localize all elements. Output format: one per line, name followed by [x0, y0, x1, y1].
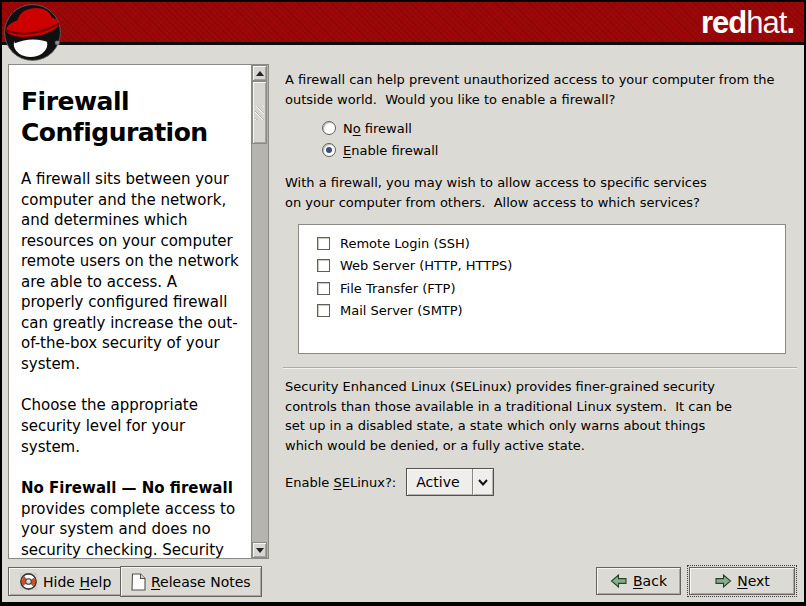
label-accel: o [353, 121, 361, 136]
checkbox-web-server[interactable] [317, 259, 330, 272]
document-icon [131, 573, 146, 591]
label-post: ext [748, 573, 770, 589]
checkbox-mail-server[interactable] [317, 304, 330, 317]
chevron-down-icon [473, 479, 493, 486]
selinux-dropdown[interactable]: Active [406, 468, 494, 496]
help-title: Firewall Configuration [21, 87, 243, 148]
next-button-focus-ring: Next [687, 565, 797, 597]
checkbox-row-remote-login[interactable]: Remote Login (SSH) [317, 232, 785, 255]
label-accel: R [151, 574, 160, 590]
life-preserver-icon [19, 572, 38, 591]
help-paragraph-3: No Firewall — No firewall provides compl… [21, 478, 243, 559]
triangle-down-icon [256, 548, 264, 553]
radio-button-enable-firewall[interactable] [322, 143, 336, 157]
scrollbar-grip [255, 106, 264, 120]
radio-label-enable-firewall: Enable firewall [343, 143, 439, 158]
label-post: nable firewall [351, 143, 438, 158]
back-label: Back [633, 573, 667, 589]
label-post: elp [90, 574, 111, 590]
help-paragraph-2: Choose the appropriate security level fo… [21, 395, 243, 457]
services-intro-text: With a firewall, you may wish to allow a… [285, 173, 797, 212]
next-label: Next [737, 573, 770, 589]
radio-row-no-firewall[interactable]: No firewall [322, 117, 797, 139]
checkbox-row-mail-server[interactable]: Mail Server (SMTP) [317, 300, 785, 323]
services-list: Remote Login (SSH) Web Server (HTTP, HTT… [298, 224, 786, 354]
hide-help-button[interactable]: Hide Help [8, 567, 122, 596]
firewall-intro-text: A firewall can help prevent unauthorized… [285, 70, 797, 109]
section-separator [283, 367, 797, 369]
label-accel: H [79, 574, 90, 590]
checkbox-file-transfer[interactable] [317, 282, 330, 295]
checkbox-remote-login[interactable] [317, 237, 330, 250]
installer-window: ® redhat. Firewall Configuration A firew… [0, 0, 806, 606]
scrollbar-thumb[interactable] [252, 81, 267, 144]
arrow-right-icon [714, 574, 732, 588]
brand-wordmark: redhat. [701, 6, 794, 40]
firewall-options: No firewall Enable firewall [322, 117, 797, 161]
label-post: ELinux?: [342, 475, 397, 490]
nav-buttons: Back Next [596, 565, 797, 597]
checkbox-label-web-server: Web Server (HTTP, HTTPS) [340, 258, 512, 273]
help-paragraph-3-body: provides complete access to your system … [21, 500, 235, 559]
header-banner [2, 2, 804, 45]
radio-button-no-firewall[interactable] [322, 121, 336, 135]
svg-text:®: ® [54, 40, 60, 46]
selinux-row: Enable SELinux?: Active [285, 468, 797, 496]
brand-red: red [701, 5, 746, 40]
selinux-label: Enable SELinux?: [285, 475, 396, 490]
label-post: firewall [361, 121, 412, 136]
brand-hat: hat [746, 5, 786, 40]
label-pre: Hide [43, 574, 79, 590]
selinux-dropdown-value: Active [407, 474, 472, 490]
radio-label-no-firewall: No firewall [343, 121, 412, 136]
triangle-up-icon [256, 71, 264, 76]
scroll-up-button[interactable] [252, 65, 267, 81]
help-paragraph-1: A firewall sits between your computer an… [21, 169, 243, 374]
label-pre: Enable [285, 475, 333, 490]
label-post: ack [643, 573, 667, 589]
checkbox-label-mail-server: Mail Server (SMTP) [340, 303, 463, 318]
radio-row-enable-firewall[interactable]: Enable firewall [322, 139, 797, 161]
checkbox-row-web-server[interactable]: Web Server (HTTP, HTTPS) [317, 255, 785, 278]
selinux-description: Security Enhanced Linux (SELinux) provid… [285, 377, 797, 455]
release-notes-label: Release Notes [151, 574, 251, 590]
hide-help-label: Hide Help [43, 574, 111, 590]
back-button[interactable]: Back [596, 567, 681, 595]
checkbox-row-file-transfer[interactable]: File Transfer (FTP) [317, 277, 785, 300]
label-accel: S [333, 475, 341, 490]
help-paragraph-3-lead: No Firewall — No firewall [21, 479, 233, 497]
label-accel: N [737, 573, 747, 589]
label-post: elease Notes [160, 574, 251, 590]
next-button[interactable]: Next [689, 567, 795, 595]
label-accel: E [343, 143, 351, 158]
main-content: A firewall can help prevent unauthorized… [283, 66, 797, 496]
help-scrollbar[interactable] [252, 64, 269, 559]
label-pre: N [343, 121, 353, 136]
shadowman-logo-icon: ® [3, 3, 62, 66]
label-accel: B [633, 573, 643, 589]
brand-dot: . [786, 5, 794, 40]
release-notes-button[interactable]: Release Notes [120, 566, 262, 597]
arrow-left-icon [610, 574, 628, 588]
scroll-down-button[interactable] [252, 542, 267, 558]
help-panel: Firewall Configuration A firewall sits b… [8, 64, 252, 559]
checkbox-label-file-transfer: File Transfer (FTP) [340, 281, 455, 296]
checkbox-label-remote-login: Remote Login (SSH) [340, 236, 470, 251]
